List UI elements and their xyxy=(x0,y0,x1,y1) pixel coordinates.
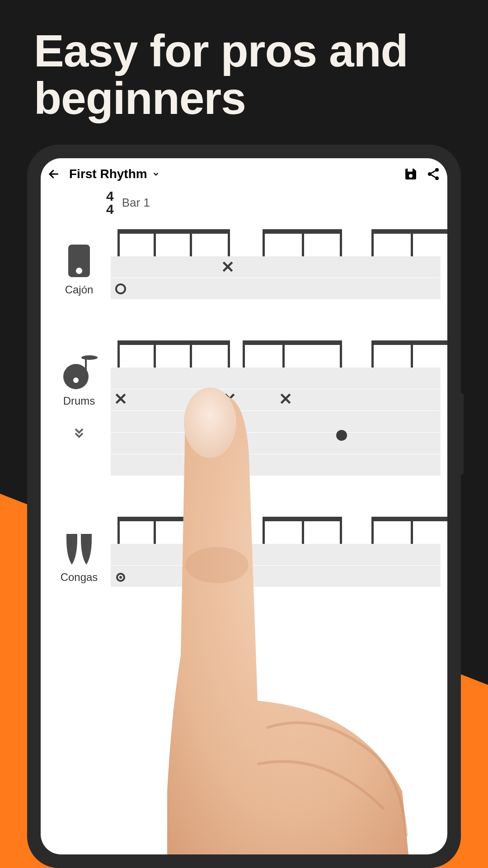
congas-icon[interactable] xyxy=(61,530,97,566)
back-icon[interactable] xyxy=(47,167,61,181)
share-icon[interactable] xyxy=(426,167,441,181)
staff-lane[interactable] xyxy=(111,278,441,300)
note-dot[interactable] xyxy=(336,430,347,441)
chevron-down-icon xyxy=(152,170,160,178)
app-screen: First Rhythm 4 4 Bar 1 xyxy=(41,158,447,854)
staff-lane[interactable] xyxy=(111,256,441,278)
track-label: Congas xyxy=(61,571,98,584)
staff-lane[interactable] xyxy=(111,544,441,566)
staff-lane[interactable] xyxy=(111,368,441,389)
svg-point-0 xyxy=(409,174,413,178)
staff-lane[interactable] xyxy=(111,566,441,587)
bar-label: Bar 1 xyxy=(122,196,150,210)
timesig-bottom: 4 xyxy=(106,203,114,216)
note-x[interactable]: ✕ xyxy=(223,390,236,409)
track-label: Drums xyxy=(63,395,95,407)
note-x[interactable]: ✕ xyxy=(221,258,235,277)
cajon-icon[interactable] xyxy=(66,243,93,279)
svg-point-7 xyxy=(63,364,89,389)
note-target[interactable] xyxy=(116,573,125,582)
svg-point-4 xyxy=(435,176,439,180)
svg-point-2 xyxy=(435,168,439,172)
project-title-dropdown[interactable]: First Rhythm xyxy=(69,167,160,181)
congas-staff[interactable] xyxy=(111,517,441,587)
staff-lane[interactable] xyxy=(111,411,441,433)
editor-content: 4 4 Bar 1 Cajón xyxy=(41,190,447,587)
svg-point-6 xyxy=(76,268,82,274)
drums-staff[interactable]: ✕ ✕ ✕ xyxy=(111,340,441,476)
track-congas: Congas xyxy=(47,517,441,587)
svg-point-8 xyxy=(73,377,79,383)
track-drums: Drums xyxy=(47,340,441,476)
track-label: Cajón xyxy=(65,283,94,296)
expand-icon[interactable] xyxy=(72,425,86,440)
phone-mockup: First Rhythm 4 4 Bar 1 xyxy=(27,145,461,868)
note-x[interactable]: ✕ xyxy=(279,390,292,409)
staff-lane[interactable] xyxy=(111,433,441,454)
save-icon[interactable] xyxy=(404,167,418,181)
svg-point-10 xyxy=(81,355,98,360)
time-signature[interactable]: 4 4 xyxy=(106,190,114,216)
marketing-headline: Easy for pros and beginners xyxy=(34,27,454,122)
note-x[interactable]: ✕ xyxy=(114,390,127,409)
project-title-label: First Rhythm xyxy=(69,167,147,181)
svg-rect-1 xyxy=(408,169,413,172)
track-cajon: Cajón xyxy=(47,229,441,300)
note-open[interactable] xyxy=(115,283,126,294)
drums-icon[interactable] xyxy=(59,354,99,390)
staff-lane[interactable] xyxy=(111,454,441,476)
timesig-top: 4 xyxy=(106,190,114,203)
bar-meta: 4 4 Bar 1 xyxy=(106,190,441,216)
staff-lane[interactable] xyxy=(111,389,441,411)
svg-point-3 xyxy=(428,172,432,176)
app-bar: First Rhythm xyxy=(41,158,447,190)
cajon-staff[interactable]: ✕ xyxy=(111,229,441,300)
phone-power-button xyxy=(460,393,464,475)
